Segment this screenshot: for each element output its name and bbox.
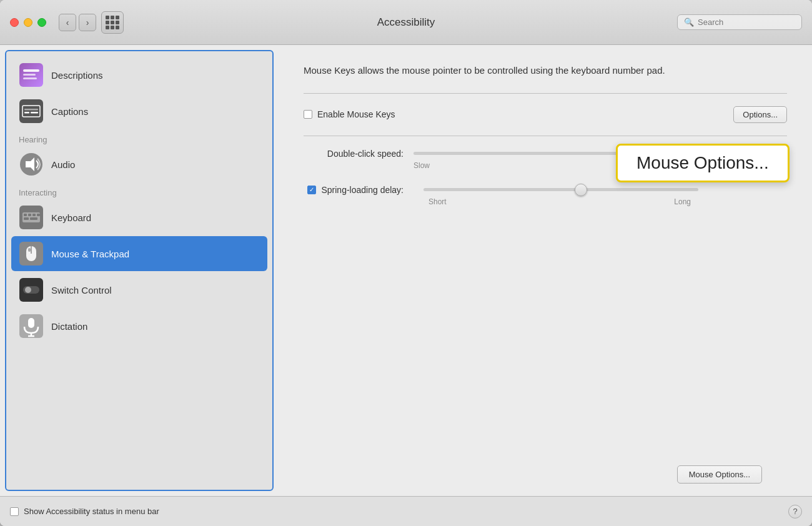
grid-dot <box>116 16 119 19</box>
window-title: Accessibility <box>377 16 435 29</box>
svg-rect-13 <box>24 214 27 216</box>
descriptions-icon <box>19 62 44 87</box>
keyboard-icon <box>19 205 44 230</box>
sidebar-item-captions[interactable]: Captions <box>11 94 267 129</box>
svg-rect-22 <box>28 248 31 252</box>
grid-dot <box>106 21 109 24</box>
svg-rect-2 <box>23 74 36 76</box>
search-bar[interactable]: 🔍 <box>677 14 802 30</box>
traffic-lights <box>10 18 46 27</box>
svg-rect-14 <box>28 214 31 216</box>
svg-rect-16 <box>24 217 29 220</box>
dictation-label: Dictation <box>51 321 87 332</box>
switch-control-icon <box>19 277 44 302</box>
titlebar: ‹ › Accessibility 🔍 <box>0 0 812 45</box>
maximize-button[interactable] <box>37 18 46 27</box>
grid-view-button[interactable] <box>101 11 124 34</box>
svg-rect-3 <box>23 77 37 79</box>
forward-button[interactable]: › <box>79 14 96 31</box>
double-click-label: Double-click speed: <box>304 149 404 159</box>
spring-loading-checkbox[interactable] <box>307 186 316 194</box>
svg-rect-28 <box>28 318 34 328</box>
mouse-options-actual-button[interactable]: Mouse Options... <box>677 465 762 484</box>
svg-rect-15 <box>32 214 36 216</box>
enable-mouse-keys-row: Enable Mouse Keys Options... <box>304 106 787 123</box>
back-button[interactable]: ‹ <box>59 14 76 31</box>
grid-icon <box>106 16 119 29</box>
search-icon: 🔍 <box>684 17 694 27</box>
enable-mouse-keys-checkbox-wrap: Enable Mouse Keys <box>304 109 726 119</box>
content-panel: Mouse Keys allows the mouse pointer to b… <box>279 45 812 496</box>
svg-rect-18 <box>37 214 40 216</box>
grid-dot <box>111 21 114 24</box>
short-label: Short <box>428 197 447 206</box>
spring-loading-slider-labels: Short Long <box>304 197 691 206</box>
enable-mouse-keys-label: Enable Mouse Keys <box>317 109 395 119</box>
help-button[interactable]: ? <box>788 505 802 519</box>
system-preferences-window: ‹ › Accessibility 🔍 <box>0 0 812 526</box>
sidebar: Descriptions Captions Hearing <box>5 50 274 491</box>
svg-rect-6 <box>24 112 29 114</box>
svg-rect-17 <box>30 217 37 220</box>
spring-loading-slider-row: Spring-loading delay: <box>304 185 787 195</box>
mouse-options-popup-label: Mouse Options... <box>636 153 769 172</box>
search-input[interactable] <box>698 17 795 27</box>
spring-loading-slider-thumb[interactable] <box>575 184 587 196</box>
mouse-options-popup[interactable]: Mouse Options... <box>616 144 790 182</box>
grid-dot <box>106 16 109 19</box>
spring-loading-slider-track[interactable] <box>423 188 698 191</box>
accessibility-status-label: Show Accessibility status in menu bar <box>24 507 159 516</box>
svg-rect-1 <box>23 69 39 72</box>
dictation-icon <box>19 314 44 339</box>
grid-dot <box>116 21 119 24</box>
sidebar-item-descriptions[interactable]: Descriptions <box>11 57 267 92</box>
bottom-left: Show Accessibility status in menu bar <box>10 507 159 516</box>
enable-mouse-keys-checkbox[interactable] <box>304 110 312 119</box>
captions-icon <box>19 99 44 124</box>
options-button[interactable]: Options... <box>733 106 787 123</box>
grid-dot <box>111 26 114 29</box>
minimize-button[interactable] <box>24 18 32 27</box>
grid-dot <box>106 26 109 29</box>
slow-label: Slow <box>413 161 430 170</box>
spring-loading-section: Spring-loading delay: Short Long <box>304 185 787 206</box>
svg-rect-8 <box>24 109 38 111</box>
nav-buttons: ‹ › <box>59 14 96 31</box>
descriptions-label: Descriptions <box>51 70 103 81</box>
mouse-trackpad-label: Mouse & Trackpad <box>51 249 129 259</box>
captions-label: Captions <box>51 106 88 117</box>
mouse-keys-description: Mouse Keys allows the mouse pointer to b… <box>304 64 728 78</box>
grid-dot <box>116 26 119 29</box>
accessibility-status-checkbox[interactable] <box>10 507 19 516</box>
audio-icon <box>19 152 44 177</box>
sidebar-item-switch-control[interactable]: Switch Control <box>11 272 267 307</box>
interacting-section-label: Interacting <box>11 183 267 200</box>
audio-label: Audio <box>51 159 75 170</box>
mouse-trackpad-icon <box>19 241 44 266</box>
svg-point-26 <box>25 287 31 293</box>
sidebar-item-mouse-trackpad[interactable]: Mouse & Trackpad <box>11 236 267 271</box>
close-button[interactable] <box>10 18 19 27</box>
long-label: Long <box>674 197 691 206</box>
sidebar-item-audio[interactable]: Audio <box>11 147 267 182</box>
divider-1 <box>304 93 787 94</box>
sidebar-item-keyboard[interactable]: Keyboard <box>11 200 267 235</box>
switch-control-label: Switch Control <box>51 285 112 295</box>
svg-rect-7 <box>31 112 38 114</box>
main-content: Descriptions Captions Hearing <box>0 45 812 496</box>
spring-loading-label: Spring-loading delay: <box>321 185 404 195</box>
sidebar-item-dictation[interactable]: Dictation <box>11 309 267 344</box>
bottom-bar: Show Accessibility status in menu bar ? <box>0 496 812 526</box>
grid-dot <box>111 16 114 19</box>
hearing-section-label: Hearing <box>11 130 267 147</box>
keyboard-label: Keyboard <box>51 212 91 223</box>
divider-2 <box>304 136 787 136</box>
